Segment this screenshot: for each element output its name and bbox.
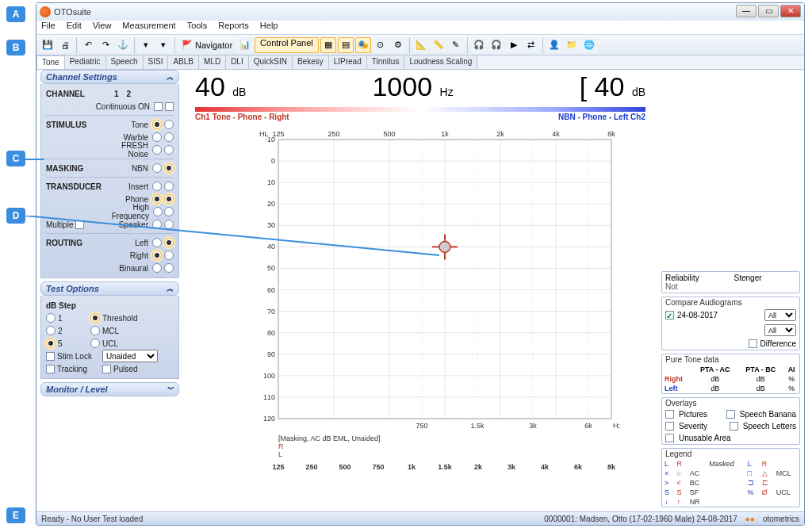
step-5[interactable]: [46, 339, 56, 348]
continuous-ch2[interactable]: [165, 102, 174, 111]
test-options-header[interactable]: Test Options︽: [40, 281, 179, 296]
stim-fresh-2[interactable]: [164, 145, 174, 155]
view1-icon[interactable]: ▦: [320, 37, 336, 53]
stim-fresh-1[interactable]: [152, 145, 162, 155]
speech-letters-check[interactable]: [730, 422, 738, 431]
control-panel-button[interactable]: Control Panel: [255, 37, 319, 53]
tab-loudness[interactable]: Loudness Scaling: [404, 55, 477, 69]
gear-icon[interactable]: ⚙: [390, 37, 406, 53]
stim-warble-2[interactable]: [164, 132, 174, 142]
user-icon[interactable]: 👤: [546, 37, 562, 53]
trans-insert-2[interactable]: [164, 182, 174, 191]
ucl[interactable]: [90, 339, 100, 348]
speech-banana-check[interactable]: [726, 410, 735, 419]
mcl[interactable]: [90, 326, 100, 335]
route-bin-2[interactable]: [164, 263, 174, 273]
stim-tone-1[interactable]: [152, 120, 162, 129]
swap-icon[interactable]: ⇄: [523, 37, 539, 53]
settings-icon[interactable]: ▾: [155, 37, 171, 53]
tool1-icon[interactable]: 📐: [413, 37, 429, 53]
tab-tone[interactable]: Tone: [36, 55, 65, 69]
unaided-select[interactable]: Unaided: [102, 350, 158, 362]
minimize-button[interactable]: —: [736, 5, 756, 17]
pictures-check[interactable]: [665, 410, 674, 419]
pulsed-check[interactable]: [102, 365, 111, 373]
reliability-link[interactable]: Reliability: [665, 274, 699, 282]
tab-bekesy[interactable]: Bekesy: [293, 55, 329, 69]
compare-select2[interactable]: All: [764, 324, 796, 336]
tool2-icon[interactable]: 📏: [431, 37, 446, 53]
svg-text:8k: 8k: [607, 463, 616, 471]
tab-pediatric[interactable]: Pediatric: [65, 55, 106, 69]
stenger-link[interactable]: Stenger: [734, 274, 762, 282]
redo-icon[interactable]: ↷: [98, 37, 113, 53]
menu-view[interactable]: View: [93, 21, 112, 34]
menu-help[interactable]: Help: [260, 21, 278, 34]
stim-warble-1[interactable]: [152, 132, 162, 142]
close-button[interactable]: ✕: [780, 5, 801, 17]
unusable-check[interactable]: [665, 434, 674, 442]
trans-insert-1[interactable]: [152, 182, 162, 191]
stimlock-check[interactable]: [46, 352, 55, 361]
svg-text:1k: 1k: [408, 463, 416, 471]
tab-tinnitus[interactable]: Tinnitus: [367, 55, 405, 69]
menu-reports[interactable]: Reports: [218, 21, 249, 34]
tab-speech[interactable]: Speech: [106, 55, 144, 69]
trans-phone-1[interactable]: [152, 194, 162, 204]
chart-icon[interactable]: 📊: [237, 37, 253, 53]
threshold[interactable]: [90, 313, 100, 323]
severity-check[interactable]: [665, 422, 674, 431]
menu-measurement[interactable]: Measurement: [122, 21, 175, 34]
tracking-check[interactable]: [46, 365, 55, 373]
legend-table: LRMaskedLR×○AC□△MCL><BC⊐⊏SSSF%ØUCL↓↑NR: [662, 459, 799, 507]
print-icon[interactable]: 🖨: [57, 37, 73, 53]
tab-ablb[interactable]: ABLB: [168, 55, 199, 69]
mask-nbn-1[interactable]: [152, 163, 162, 173]
maximize-button[interactable]: ▭: [758, 5, 779, 17]
svg-text:1.5k: 1.5k: [470, 422, 485, 430]
status-patient: 0000001: Madsen, Otto (17-02-1960 Male) …: [544, 515, 737, 523]
menu-file[interactable]: File: [41, 21, 56, 34]
navigator-button[interactable]: 🚩 Navigator: [178, 37, 236, 53]
date-check[interactable]: ✓: [665, 311, 674, 320]
tab-lipread[interactable]: LIPread: [329, 55, 367, 69]
status-brand: otometrics: [763, 515, 799, 523]
globe-icon[interactable]: 🌐: [581, 37, 597, 53]
folder-icon[interactable]: 📁: [564, 37, 580, 53]
tab-sisi[interactable]: SISI: [144, 55, 169, 69]
step-2[interactable]: [46, 326, 56, 335]
svg-text:90: 90: [267, 350, 275, 358]
headset2-icon[interactable]: 🎧: [488, 37, 504, 53]
trans-phone-2[interactable]: [164, 194, 174, 204]
difference-check[interactable]: [749, 339, 757, 348]
mask-icon[interactable]: 🎭: [355, 37, 371, 53]
stim-tone-2[interactable]: [164, 120, 174, 129]
undo-icon[interactable]: ↶: [80, 37, 96, 53]
readout-bar: 40 dB 1000 Hz [ 40 dB: [187, 70, 653, 107]
menu-edit[interactable]: Edit: [67, 21, 82, 34]
save-icon[interactable]: 💾: [40, 37, 56, 53]
channel-settings-header[interactable]: Channel Settings ︽: [40, 70, 179, 84]
step-1[interactable]: [46, 313, 56, 323]
headset1-icon[interactable]: 🎧: [471, 37, 487, 53]
audiogram-chart[interactable]: -100102030405060708090100110120HL1252505…: [247, 125, 619, 474]
view2-icon[interactable]: ▤: [338, 37, 354, 53]
app-icon: [40, 6, 51, 17]
monitor-level-header[interactable]: Monitor / Level︾: [40, 382, 179, 396]
menu-tools[interactable]: Tools: [187, 21, 208, 34]
target-icon[interactable]: ⊙: [373, 37, 389, 53]
mask-nbn-2[interactable]: [164, 163, 174, 173]
edit-icon[interactable]: ✎: [448, 37, 464, 53]
tab-quicksin[interactable]: QuickSIN: [249, 55, 293, 69]
chevron-up-icon: ︽: [167, 284, 174, 294]
compare-select1[interactable]: All: [764, 309, 796, 321]
route-bin-1[interactable]: [152, 263, 162, 273]
tab-mld[interactable]: MLD: [199, 55, 226, 69]
svg-text:R: R: [278, 442, 284, 450]
dropdown-icon[interactable]: ▾: [138, 37, 154, 53]
tab-dli[interactable]: DLI: [226, 55, 249, 69]
continuous-ch1[interactable]: [154, 102, 163, 111]
play-icon[interactable]: ▶: [506, 37, 522, 53]
anchor-icon[interactable]: ⚓: [115, 37, 131, 53]
readout-left-value: 40: [195, 71, 225, 101]
